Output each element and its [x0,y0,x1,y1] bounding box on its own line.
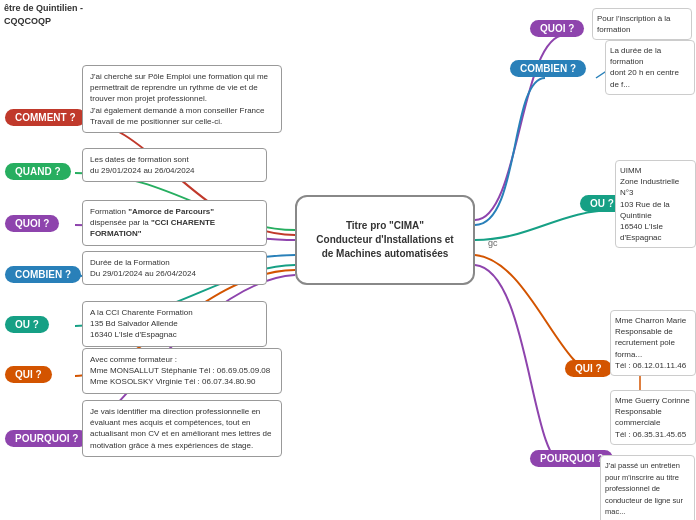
center-box: Titre pro "CIMA" Conducteur d'Installati… [295,195,475,285]
comment-node: COMMENT ? [5,109,86,126]
pourquoi-left-node: POURQUOI ? [5,430,88,447]
qui-right-node: QUI ? [565,360,612,377]
qui-right-text-1: Mme Charron Marie Responsable de recrute… [610,310,696,376]
qui-left-text: Avec comme formateur : Mme MONSALLUT Sté… [82,348,282,394]
qui-left-node: QUI ? [5,366,52,383]
combien-right-node: COMBIEN ? [510,60,586,77]
comment-text: J'ai cherché sur Pôle Emploi une formati… [82,65,282,133]
ou-right-text: UIMM Zone Industrielle N°3 103 Rue de la… [615,160,696,248]
mindmap-container: être de Quintilien - CQQCOQP [0,0,696,520]
quand-text: Les dates de formation sont du 29/01/202… [82,148,267,182]
qui-right-text-2: Mme Guerry Corinne Responsable commercia… [610,390,696,445]
gc-label: gc [488,238,498,248]
ou-left-node: OU ? [5,316,49,333]
page-title: être de Quintilien - CQQCOQP [0,0,87,29]
quand-node: QUAND ? [5,163,71,180]
ou-left-text: A la CCI Charente Formation 135 Bd Salva… [82,301,267,347]
pourquoi-left-text: Je vais identifier ma direction professi… [82,400,282,457]
combien-left-node: COMBIEN ? [5,266,81,283]
pourquoi-right-text: J'ai passé un entretien pour m'inscrire … [600,455,695,520]
quoi-right-node: QUOI ? [530,20,584,37]
quoi-right-text: Pour l'inscription à la formation [592,8,692,40]
combien-left-text: Durée de la Formation Du 29/01/2024 au 2… [82,251,267,285]
combien-right-text: La durée de la formation dont 20 h en ce… [605,40,695,95]
center-title: Titre pro "CIMA" Conducteur d'Installati… [316,219,453,261]
quoi-left-text: Formation "Amorce de Parcours" dispensée… [82,200,267,246]
quoi-left-node: QUOI ? [5,215,59,232]
